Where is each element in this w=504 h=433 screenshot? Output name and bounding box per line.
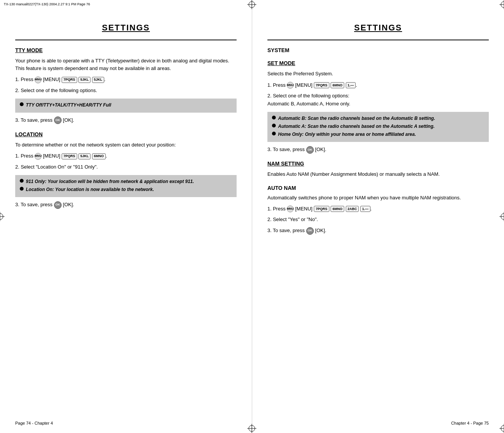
key-7pqrs-loc: 7PQRS [62,153,77,159]
key-5jkl-tty1: 5JKL [78,77,91,83]
key-7pqrs-an: 7PQRS [314,206,329,212]
auto-nam-step1: 1. Press MNU [MENU] 7PQRS 6MNO 2ABC 1.—. [267,205,489,213]
nam-setting-description: Enables Auto NAM (Number Assignment Modu… [267,170,489,178]
location-highlight-item-1: 911 Only: Your location will be hidden f… [20,178,232,185]
tty-highlight-item: TTY Off/TTY+TALK/TTY+HEAR/TTY Full [20,102,232,109]
auto-nam-step2: 2. Select "Yes" or "No". [267,216,489,224]
set-mode-step3: 3. To save, press OK [OK]. [267,146,489,154]
menu-key-setmode: MNU [287,82,294,89]
location-step3: 3. To save, press OK [OK]. [15,201,237,209]
crosshair-top [247,0,256,9]
tty-highlight-text: TTY Off/TTY+TALK/TTY+HEAR/TTY Full [26,102,232,109]
top-bar: TX-130 manual0227(TX-130) 2004.2.27 9:1 … [0,0,252,8]
bullet-icon [272,116,276,119]
tty-highlight: TTY Off/TTY+TALK/TTY+HEAR/TTY Full [15,99,237,113]
left-footer: Page 74 - Chapter 4 [15,421,53,425]
key-6mno-loc: 6MNO [92,153,106,159]
tty-step3: 3. To save, press OK [OK]. [15,116,237,124]
left-page-title: SETTINGS [15,23,237,33]
key-5jkl-tty2: 5JKL [92,77,104,83]
menu-key-tty: MNU [35,76,41,83]
ok-key-tty: OK [54,116,62,124]
set-mode-item-1: Automatic B: Scan the radio channels bas… [272,115,484,122]
page-container: TX-130 manual0227(TX-130) 2004.2.27 9:1 … [0,0,504,433]
set-mode-step2: 2. Select one of the following options: … [267,92,489,108]
left-divider [15,40,237,40]
tty-step1: 1. Press MNU [MENU] 7PQRS 5JKL 5JKL. [15,76,237,84]
location-step1: 1. Press MNU [MENU] 7PQRS 5JKL 6MNO. [15,152,237,160]
location-highlight: 911 Only: Your location will be hidden f… [15,175,237,197]
bullet-icon [20,179,24,183]
key-1dash-an: 1.— [360,206,370,212]
location-text-2: Location On: Your location is now availa… [26,186,232,193]
auto-a-text: Automatic A: Scan the radio channels bas… [278,123,484,130]
key-7pqrs-sm: 7PQRS [314,82,329,88]
bullet-icon [272,132,276,135]
menu-key-autonam: MNU [287,205,294,212]
right-page: SETTINGS SYSTEM SET MODE Selects the Pre… [252,0,504,433]
ok-key-location: OK [54,201,62,209]
set-mode-highlight: Automatic B: Scan the radio channels bas… [267,112,489,142]
location-highlight-item-2: Location On: Your location is now availa… [20,186,232,193]
location-text-1: 911 Only: Your location will be hidden f… [26,178,232,185]
auto-nam-step3: 3. To save, press OK [OK]. [267,227,489,235]
tty-mode-description: Your phone is able to operate with a TTY… [15,57,237,72]
auto-nam-heading: AUTO NAM [267,185,489,191]
home-only-text: Home Only: Only within your home area or… [278,131,484,138]
ok-key-setmode: OK [306,146,314,154]
set-mode-description: Selects the Preferred System. [267,70,489,78]
set-mode-item-3: Home Only: Only within your home area or… [272,131,484,138]
set-mode-heading: SET MODE [267,60,489,66]
key-2abc-an: 2ABC [346,206,359,212]
location-description: To determine whether or not the network … [15,141,237,149]
left-page: TX-130 manual0227(TX-130) 2004.2.27 9:1 … [0,0,252,433]
set-mode-item-2: Automatic A: Scan the radio channels bas… [272,123,484,130]
system-heading: SYSTEM [267,47,489,53]
ok-key-autonam: OK [306,227,314,235]
right-divider [267,40,489,40]
key-5jkl-loc: 5JKL [78,153,91,159]
crosshair-right-mid [499,212,504,221]
tty-mode-heading: TTY MODE [15,47,237,53]
bullet-icon [272,124,276,127]
set-mode-step1: 1. Press MNU [MENU] 7PQRS 6MNO 1.—. [267,81,489,89]
location-heading: LOCATION [15,131,237,137]
crosshair-left [0,212,5,221]
header-info: TX-130 manual0227(TX-130) 2004.2.27 9:1 … [4,2,90,6]
auto-nam-description: Automatically switches phone to proper N… [267,194,489,202]
right-footer: Chapter 4 - Page 75 [451,421,489,425]
nam-setting-heading: NAM SETTING [267,161,489,167]
bullet-icon [20,187,24,191]
right-page-title: SETTINGS [267,23,489,33]
auto-b-text: Automatic B: Scan the radio channels bas… [278,115,484,122]
location-step2: 2. Select "Location On" or "911 Only". [15,163,237,171]
crosshair-top-right [499,0,504,9]
key-6mno-sm: 6MNO [331,82,344,88]
tty-step2: 2. Select one of the following options. [15,87,237,95]
menu-key-location: MNU [35,153,41,160]
key-7pqrs-tty: 7PQRS [62,77,77,83]
crosshair-bottom-left [247,424,256,433]
crosshair-bottom-right [499,424,504,433]
key-1dash-sm: 1.— [346,82,356,88]
bullet-icon [20,102,24,106]
key-6mno-an: 6MNO [331,206,344,212]
